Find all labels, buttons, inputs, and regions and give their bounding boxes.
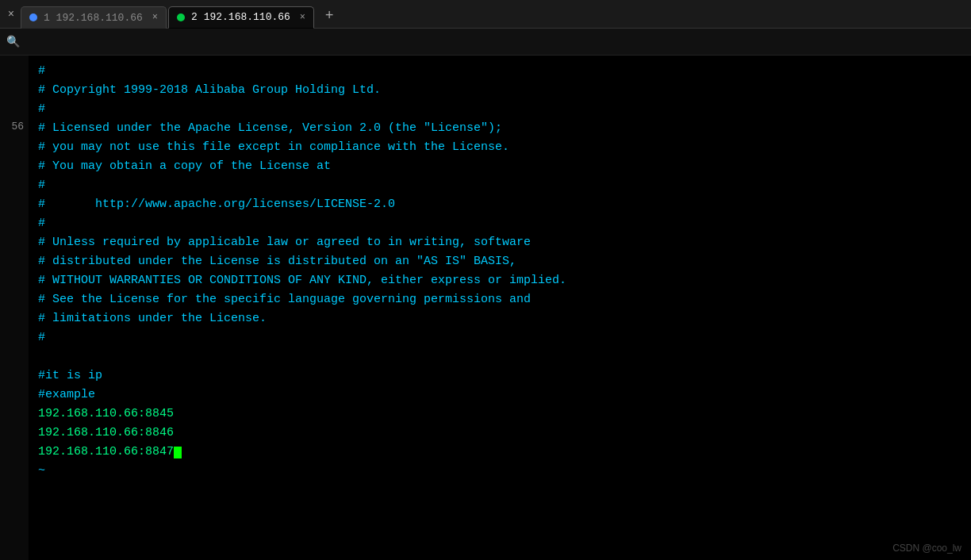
terminal-line-1: # Copyright 1999-2018 Alibaba Group Hold… — [38, 81, 961, 100]
terminal-line-19: 192.168.110.66:8846 — [38, 424, 961, 443]
terminal-line-16: #it is ip — [38, 366, 961, 385]
terminal-line-3: # Licensed under the Apache License, Ver… — [38, 119, 961, 138]
tab-bar: × 1 192.168.110.66 × 2 192.168.110.66 × … — [0, 0, 971, 29]
terminal-line-0: # — [38, 62, 961, 81]
line-number-56: 56 — [11, 119, 24, 136]
terminal-line-4: # you may not use this file except in co… — [38, 138, 961, 157]
tab-1-dot — [29, 13, 37, 21]
terminal-line-17: #example — [38, 385, 961, 405]
tab-2-close[interactable]: × — [300, 12, 305, 23]
tab-1[interactable]: 1 192.168.110.66 × — [21, 6, 167, 29]
terminal-line-11: # WITHOUT WARRANTIES OR CONDITIONS OF AN… — [38, 271, 961, 290]
terminal-content: ## Copyright 1999-2018 Alibaba Group Hol… — [38, 62, 961, 481]
terminal-line-21: ~ — [38, 462, 961, 481]
cursor-block — [174, 447, 182, 458]
terminal-line-18: 192.168.110.66:8845 — [38, 405, 961, 424]
terminal-line-9: # Unless required by applicable law or a… — [38, 233, 961, 252]
line-number-gutter: 56 — [0, 56, 29, 560]
terminal-line-10: # distributed under the License is distr… — [38, 252, 961, 271]
terminal-line-6: # — [38, 176, 961, 195]
terminal[interactable]: 56 ## Copyright 1999-2018 Alibaba Group … — [0, 56, 971, 560]
terminal-line-14: # — [38, 328, 961, 347]
terminal-line-5: # You may obtain a copy of the License a… — [38, 157, 961, 176]
new-tab-button[interactable]: + — [319, 6, 340, 26]
terminal-line-7: # http://www.apache.org/licenses/LICENSE… — [38, 195, 961, 214]
terminal-line-8: # — [38, 214, 961, 233]
terminal-line-2: # — [38, 100, 961, 119]
tab-2-dot — [177, 13, 185, 21]
tab-1-close[interactable]: × — [152, 12, 158, 23]
terminal-line-15 — [38, 347, 961, 366]
window-close-button[interactable]: × — [3, 6, 19, 22]
tab-1-label: 1 192.168.110.66 — [44, 12, 143, 24]
terminal-line-13: # limitations under the License. — [38, 309, 961, 328]
tab-2[interactable]: 2 192.168.110.66 × — [168, 6, 314, 29]
terminal-line-20: 192.168.110.66:8847 — [38, 443, 961, 462]
search-icon: 🔍 — [6, 35, 20, 48]
terminal-line-12: # See the License for the specific langu… — [38, 290, 961, 309]
tab-2-label: 2 192.168.110.66 — [191, 11, 290, 23]
watermark: CSDN @coo_lw — [892, 543, 961, 554]
search-bar: 🔍 — [0, 29, 971, 56]
